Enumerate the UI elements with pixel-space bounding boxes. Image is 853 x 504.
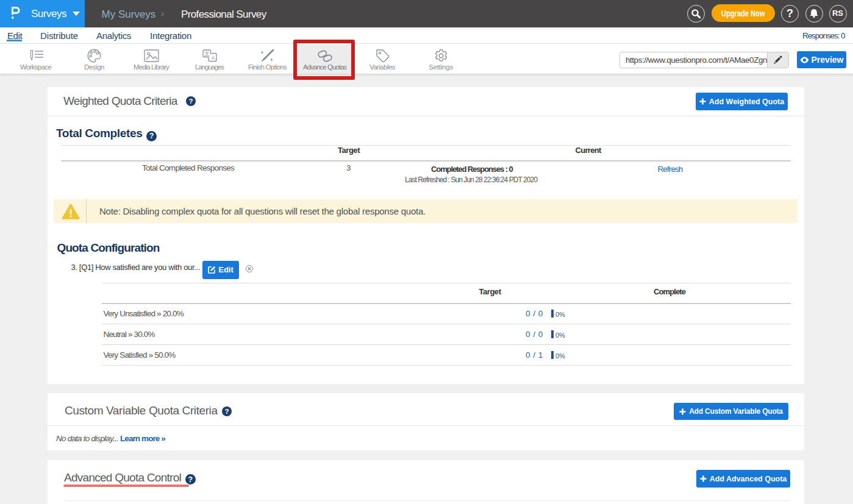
svg-text:A: A [212, 55, 215, 61]
svg-text:文: 文 [204, 51, 210, 57]
